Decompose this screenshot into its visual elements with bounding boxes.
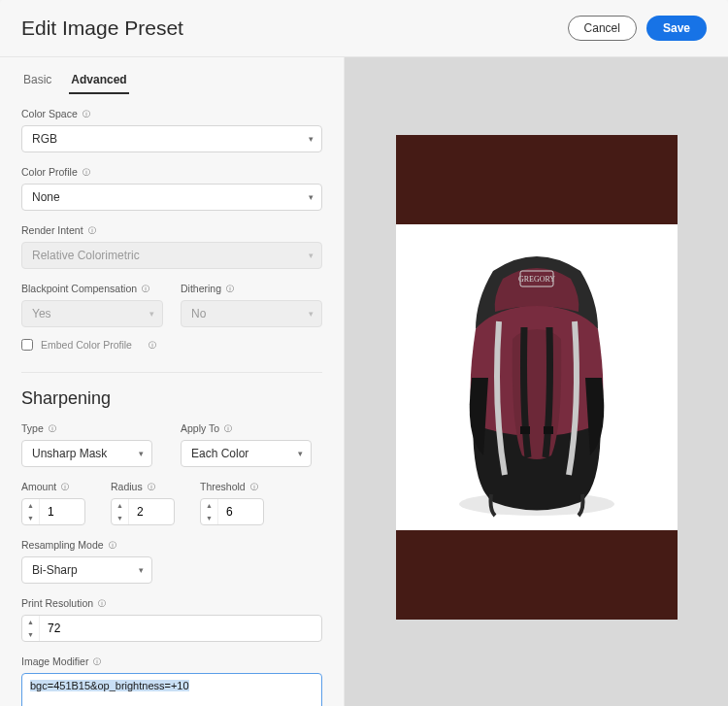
info-icon[interactable] — [48, 423, 57, 433]
amount-input[interactable] — [40, 499, 84, 524]
info-icon[interactable] — [87, 225, 97, 235]
image-modifier-label: Image Modifier — [21, 656, 322, 667]
step-up-icon[interactable]: ▲ — [22, 499, 39, 512]
dithering-select: No ▾ — [181, 300, 322, 327]
resampling-field: Resampling Mode Bi-Sharp ▾ — [21, 539, 322, 584]
resampling-label: Resampling Mode — [21, 539, 322, 551]
chevron-down-icon: ▾ — [309, 134, 314, 144]
preview-pane: GREGORY — [345, 57, 728, 706]
settings-pane: Basic Advanced Color Space RGB ▾ Color P… — [0, 57, 345, 706]
info-icon[interactable] — [97, 598, 107, 608]
apply-to-select[interactable]: Each Color ▾ — [181, 440, 312, 467]
image-modifier-text: bgc=451B15&op_brightness=+10 — [30, 680, 189, 691]
info-icon[interactable] — [249, 482, 259, 491]
embed-color-profile-checkbox[interactable] — [21, 339, 33, 351]
dithering-label: Dithering — [181, 283, 322, 294]
chevron-down-icon: ▾ — [139, 449, 144, 458]
tab-advanced[interactable]: Advanced — [69, 67, 128, 94]
amount-label: Amount — [21, 481, 85, 492]
render-intent-label: Render Intent — [21, 224, 322, 236]
svg-rect-4 — [544, 426, 553, 434]
save-button[interactable]: Save — [646, 16, 707, 41]
info-icon[interactable] — [108, 540, 117, 550]
preview-top-bar — [396, 135, 678, 224]
info-icon[interactable] — [60, 482, 70, 491]
preview-card: GREGORY — [396, 135, 678, 620]
radius-input[interactable] — [129, 499, 174, 524]
info-icon[interactable] — [82, 109, 91, 118]
resampling-select[interactable]: Bi-Sharp ▾ — [21, 556, 152, 584]
embed-color-profile-label: Embed Color Profile — [41, 339, 132, 351]
dithering-field: Dithering No ▾ — [181, 283, 322, 327]
sharpening-title: Sharpening — [21, 388, 322, 409]
preview-bottom-bar — [396, 530, 678, 620]
color-profile-select[interactable]: None ▾ — [21, 184, 322, 211]
chevron-down-icon: ▾ — [309, 192, 314, 202]
amount-field: Amount ▲▼ — [21, 481, 85, 525]
blackpoint-field: Blackpoint Compensation Yes ▾ — [21, 283, 163, 327]
chevron-down-icon: ▾ — [149, 309, 154, 319]
form-scroll[interactable]: Color Space RGB ▾ Color Profile None ▾ — [21, 94, 344, 706]
color-profile-label: Color Profile — [21, 166, 322, 178]
print-resolution-input[interactable] — [40, 616, 147, 641]
step-down-icon[interactable]: ▼ — [22, 512, 39, 524]
page-title: Edit Image Preset — [21, 17, 183, 40]
render-intent-select: Relative Colorimetric ▾ — [21, 242, 322, 269]
edit-image-preset-dialog: Edit Image Preset Cancel Save Basic Adva… — [0, 0, 728, 706]
cancel-button[interactable]: Cancel — [568, 16, 637, 41]
svg-rect-3 — [520, 426, 530, 434]
info-icon[interactable] — [147, 482, 156, 491]
apply-to-label: Apply To — [181, 422, 322, 434]
step-up-icon[interactable]: ▲ — [22, 616, 39, 628]
threshold-field: Threshold ▲▼ — [200, 481, 264, 525]
chevron-down-icon: ▾ — [298, 449, 303, 458]
svg-text:GREGORY: GREGORY — [517, 275, 554, 284]
color-space-label: Color Space — [21, 108, 322, 119]
print-resolution-stepper[interactable]: ▲▼ — [21, 615, 322, 642]
step-down-icon[interactable]: ▼ — [112, 512, 128, 524]
step-up-icon[interactable]: ▲ — [112, 499, 128, 512]
backpack-icon: GREGORY — [435, 232, 639, 523]
image-modifier-input[interactable]: bgc=451B15&op_brightness=+10 — [21, 673, 322, 706]
amount-stepper[interactable]: ▲▼ — [21, 498, 85, 525]
chevron-down-icon: ▾ — [139, 565, 144, 575]
embed-color-profile-row: Embed Color Profile — [21, 339, 322, 351]
color-profile-field: Color Profile None ▾ — [21, 166, 322, 211]
step-down-icon[interactable]: ▼ — [22, 628, 39, 641]
dialog-header: Edit Image Preset Cancel Save — [0, 0, 728, 57]
info-icon[interactable] — [82, 167, 91, 177]
header-actions: Cancel Save — [568, 16, 707, 41]
step-down-icon[interactable]: ▼ — [201, 512, 217, 524]
threshold-input[interactable] — [218, 499, 263, 524]
blackpoint-label: Blackpoint Compensation — [21, 283, 163, 294]
color-space-field: Color Space RGB ▾ — [21, 108, 322, 152]
sharpening-type-field: Type Unsharp Mask ▾ — [21, 422, 163, 467]
chevron-down-icon: ▾ — [309, 251, 314, 260]
threshold-stepper[interactable]: ▲▼ — [200, 498, 264, 525]
info-icon[interactable] — [225, 284, 235, 293]
info-icon[interactable] — [223, 423, 233, 433]
tabs: Basic Advanced — [21, 67, 344, 94]
image-modifier-field: Image Modifier bgc=451B15&op_brightness=… — [21, 656, 322, 706]
print-resolution-field: Print Resolution ▲▼ — [21, 597, 322, 642]
divider — [21, 372, 322, 373]
chevron-down-icon: ▾ — [309, 309, 314, 319]
threshold-label: Threshold — [200, 481, 264, 492]
preview-image: GREGORY — [396, 224, 678, 530]
info-icon[interactable] — [148, 340, 157, 350]
blackpoint-select: Yes ▾ — [21, 300, 163, 327]
tab-basic[interactable]: Basic — [21, 67, 53, 94]
info-icon[interactable] — [141, 284, 150, 293]
radius-stepper[interactable]: ▲▼ — [111, 498, 175, 525]
sharpening-type-label: Type — [21, 422, 163, 434]
print-resolution-label: Print Resolution — [21, 597, 322, 609]
radius-field: Radius ▲▼ — [111, 481, 175, 525]
radius-label: Radius — [111, 481, 175, 492]
apply-to-field: Apply To Each Color ▾ — [181, 422, 322, 467]
sharpening-type-select[interactable]: Unsharp Mask ▾ — [21, 440, 152, 467]
color-space-select[interactable]: RGB ▾ — [21, 125, 322, 152]
dialog-body: Basic Advanced Color Space RGB ▾ Color P… — [0, 57, 728, 706]
step-up-icon[interactable]: ▲ — [201, 499, 217, 512]
render-intent-field: Render Intent Relative Colorimetric ▾ — [21, 224, 322, 269]
info-icon[interactable] — [92, 656, 102, 666]
